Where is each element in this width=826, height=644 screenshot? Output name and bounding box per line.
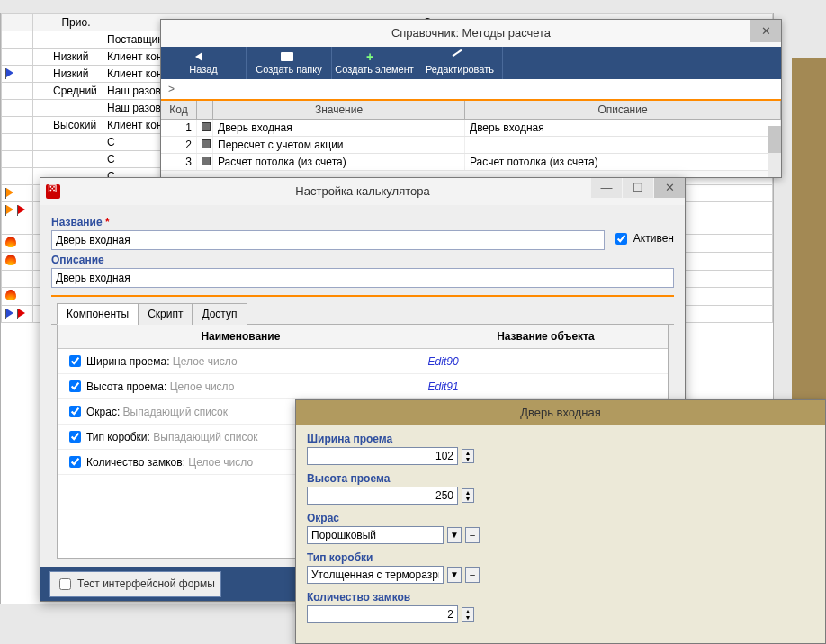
spin-down-icon[interactable]: ▼ [462, 456, 473, 462]
reference-title: Справочник: Методы расчета [391, 26, 551, 40]
edit-button[interactable]: Редактировать [417, 47, 503, 79]
door-dialog: Дверь входная Ширина проема ▲▼ Высота пр… [295, 399, 826, 644]
tab-access[interactable]: Доступ [192, 303, 247, 325]
reference-toolbar: Назад Создать папку +Создать элемент Ред… [161, 47, 781, 79]
flag-icon [5, 188, 16, 197]
col-code[interactable]: Код [161, 101, 197, 119]
reference-titlebar[interactable]: Справочник: Методы расчета ✕ [161, 20, 781, 47]
tab-script[interactable]: Скрипт [138, 303, 193, 325]
spin-up-icon[interactable]: ▲ [462, 450, 473, 456]
width-input[interactable] [307, 447, 458, 465]
active-checkbox-wrap[interactable]: Активен [612, 230, 674, 247]
col-desc[interactable]: Описание [465, 101, 781, 119]
name-label: Название [51, 216, 103, 228]
calc-tabs: Компоненты Скрипт Доступ [51, 302, 674, 325]
width-label: Ширина проема [307, 433, 814, 445]
height-input[interactable] [307, 487, 458, 505]
pencil-icon [453, 49, 462, 57]
minimize-button[interactable]: — [591, 178, 622, 198]
component-checkbox[interactable] [69, 355, 81, 367]
flag-icon [17, 309, 28, 318]
tab-components[interactable]: Компоненты [57, 303, 139, 325]
desc-label: Описание [51, 254, 674, 266]
width-spinner[interactable]: ▲▼ [462, 449, 474, 463]
height-label: Высота проема [307, 472, 814, 485]
active-checkbox[interactable] [615, 233, 627, 245]
spin-down-icon[interactable]: ▼ [462, 614, 473, 621]
plus-icon: + [366, 49, 373, 64]
component-row[interactable]: Высота проема: Целое числоEdit91 [58, 374, 668, 399]
calc-title: Настройка калькулятора [40, 178, 685, 205]
back-button[interactable]: Назад [161, 47, 247, 79]
orange-separator [51, 295, 674, 297]
locks-spinner[interactable]: ▲▼ [462, 607, 474, 622]
folder-icon [281, 52, 293, 61]
item-icon [202, 139, 211, 148]
col-name[interactable]: Наименование [58, 325, 424, 348]
new-item-button[interactable]: +Создать элемент [332, 47, 417, 79]
test-form-checkbox[interactable] [59, 578, 71, 590]
component-row[interactable]: Ширина проема: Целое числоEdit90 [58, 349, 668, 374]
flag-icon [17, 205, 28, 214]
paint-select[interactable] [307, 526, 444, 544]
paint-label: Окрас [307, 512, 814, 524]
active-label: Активен [633, 232, 674, 245]
clear-button[interactable]: – [465, 567, 480, 583]
dropdown-button[interactable]: ▼ [447, 567, 462, 583]
dropdown-button[interactable]: ▼ [447, 527, 462, 543]
reference-grid-header: Код Значение Описание [161, 101, 781, 120]
fire-icon [5, 255, 16, 265]
test-form-button[interactable]: Тест интерфейсной формы [49, 571, 221, 597]
reference-row[interactable]: 3Расчет потолка (из счета)Расчет потолка… [161, 154, 781, 171]
clear-button[interactable]: – [465, 527, 480, 543]
height-spinner[interactable]: ▲▼ [462, 488, 474, 503]
fire-icon [5, 237, 16, 247]
vertical-scrollbar[interactable] [768, 126, 781, 177]
locks-input[interactable] [307, 605, 458, 623]
reference-row[interactable]: 2Пересчет с учетом акции [161, 137, 781, 154]
flag-icon [5, 205, 16, 214]
flag-icon [5, 309, 16, 318]
door-title[interactable]: Дверь входная [296, 400, 825, 425]
spin-up-icon[interactable]: ▲ [462, 608, 473, 614]
spin-down-icon[interactable]: ▼ [462, 496, 473, 502]
item-icon [202, 122, 211, 131]
calc-titlebar[interactable]: Настройка калькулятора — ☐ ✕ [40, 178, 685, 205]
fire-icon [5, 290, 16, 300]
desc-input[interactable] [51, 268, 674, 288]
name-input[interactable] [51, 230, 605, 250]
component-checkbox[interactable] [69, 431, 81, 443]
col-value[interactable]: Значение [213, 101, 465, 119]
close-button[interactable]: ✕ [654, 178, 685, 198]
maximize-button[interactable]: ☐ [623, 178, 653, 198]
grid-header-prio[interactable]: Прио. [49, 14, 103, 31]
breadcrumb[interactable]: > [161, 79, 781, 101]
arrow-back-icon [195, 52, 202, 61]
spin-up-icon[interactable]: ▲ [462, 489, 473, 496]
item-icon [202, 157, 211, 165]
component-checkbox[interactable] [69, 406, 81, 417]
component-checkbox[interactable] [69, 456, 81, 468]
locks-label: Количество замков [307, 591, 814, 604]
component-checkbox[interactable] [69, 380, 81, 392]
box-label: Тип коробки [307, 551, 814, 564]
reference-window: Справочник: Методы расчета ✕ Назад Созда… [160, 19, 782, 178]
flag-icon [5, 68, 16, 77]
reference-row[interactable]: 1Дверь входнаяДверь входная [161, 120, 781, 137]
box-select[interactable] [307, 566, 444, 584]
col-object[interactable]: Название объекта [424, 325, 668, 348]
new-folder-button[interactable]: Создать папку [247, 47, 332, 79]
close-button[interactable]: ✕ [750, 20, 781, 42]
